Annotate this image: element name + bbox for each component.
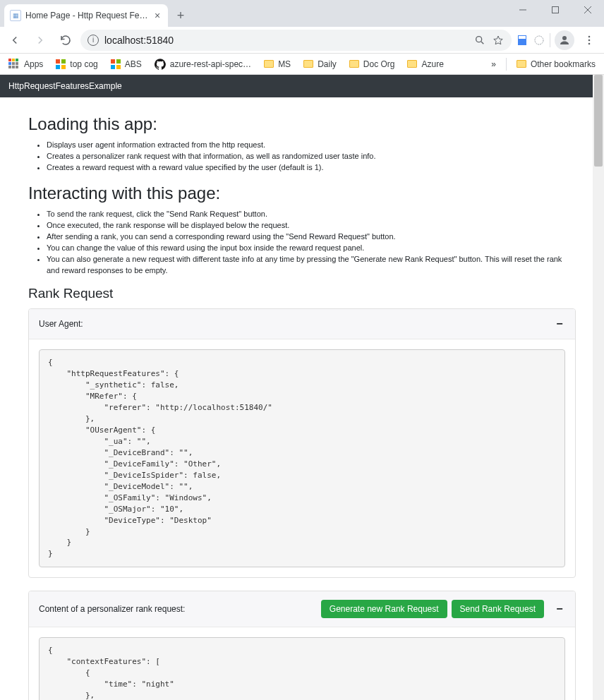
loading-list: Displays user agent information extracte… bbox=[28, 140, 576, 174]
folder-icon bbox=[407, 60, 417, 68]
panel-title: Content of a personalizer rank request: bbox=[39, 604, 185, 614]
maximize-button[interactable] bbox=[539, 0, 572, 20]
bookmark-folder-docorg[interactable]: Doc Org bbox=[346, 57, 398, 71]
profile-button[interactable] bbox=[555, 30, 574, 50]
bookmarks-overflow[interactable]: » bbox=[488, 57, 499, 71]
folder-icon bbox=[264, 60, 274, 68]
panel-header[interactable]: Content of a personalizer rank request: … bbox=[29, 591, 575, 627]
vertical-scrollbar[interactable] bbox=[593, 75, 604, 700]
bookmark-folder-ms[interactable]: MS bbox=[261, 57, 294, 71]
panel-title: User Agent: bbox=[39, 319, 83, 329]
list-item: Creates a reward request with a reward v… bbox=[47, 162, 576, 174]
svg-point-4 bbox=[476, 36, 482, 42]
forward-button[interactable] bbox=[30, 30, 51, 51]
list-item: To send the rank request, click the "Sen… bbox=[47, 209, 576, 220]
extension-icon[interactable] bbox=[516, 34, 528, 47]
list-item: You can also generate a new request with… bbox=[47, 254, 576, 277]
bookmark-label: Daily bbox=[318, 59, 337, 69]
favicon-icon: ▦ bbox=[10, 10, 21, 21]
bookmark-label: azure-rest-api-spec… bbox=[170, 59, 251, 69]
collapse-icon[interactable]: − bbox=[554, 318, 565, 330]
window-controls bbox=[507, 0, 604, 20]
rank-request-heading: Rank Request bbox=[28, 286, 576, 301]
list-item: Displays user agent information extracte… bbox=[47, 140, 576, 151]
menu-button[interactable] bbox=[579, 30, 600, 51]
list-item: Once executed, the rank response will be… bbox=[47, 220, 576, 231]
collapse-icon[interactable]: − bbox=[554, 603, 565, 615]
user-agent-json: { "httpRequestFeatures": { "_synthetic":… bbox=[39, 349, 565, 567]
svg-line-5 bbox=[481, 42, 483, 44]
extension-icon-2[interactable] bbox=[533, 34, 545, 47]
address-bar-row: i localhost:51840 bbox=[0, 27, 604, 54]
svg-point-12 bbox=[588, 42, 591, 44]
svg-point-11 bbox=[588, 39, 591, 41]
list-item: You can change the value of this reward … bbox=[47, 243, 576, 254]
other-bookmarks[interactable]: Other bookmarks bbox=[514, 57, 598, 71]
bookmark-folder-daily[interactable]: Daily bbox=[301, 57, 339, 71]
folder-icon bbox=[349, 60, 359, 68]
close-window-button[interactable] bbox=[572, 0, 604, 20]
send-rank-button[interactable]: Send Rank Request bbox=[452, 600, 544, 618]
separator bbox=[550, 33, 550, 47]
bookmarks-bar: Apps top cog ABS azure-rest-api-spec… MS… bbox=[0, 54, 604, 75]
svg-point-8 bbox=[535, 36, 543, 44]
ms-logo-icon bbox=[111, 59, 121, 69]
panel-body: { "contextFeatures": [ { "time": "night"… bbox=[29, 627, 575, 700]
page-content: Loading this app: Displays user agent in… bbox=[0, 97, 604, 700]
reload-button[interactable] bbox=[55, 30, 76, 51]
ms-logo-icon bbox=[56, 59, 66, 69]
bookmark-label: Other bookmarks bbox=[531, 59, 596, 69]
apps-icon bbox=[8, 59, 20, 70]
bookmark-azure-rest[interactable]: azure-rest-api-spec… bbox=[152, 56, 254, 72]
address-bar[interactable]: i localhost:51840 bbox=[80, 30, 512, 51]
scrollbar-thumb[interactable] bbox=[594, 75, 603, 167]
bookmark-abs[interactable]: ABS bbox=[108, 57, 145, 71]
star-icon[interactable] bbox=[492, 34, 505, 47]
page-viewport: HttpRequestFeaturesExample Loading this … bbox=[0, 75, 604, 700]
panel-header[interactable]: User Agent: − bbox=[29, 309, 575, 339]
loading-heading: Loading this app: bbox=[28, 114, 576, 134]
app-brand[interactable]: HttpRequestFeaturesExample bbox=[8, 81, 122, 91]
minimize-button[interactable] bbox=[507, 0, 539, 20]
zoom-icon[interactable] bbox=[473, 34, 486, 47]
rank-request-json: { "contextFeatures": [ { "time": "night"… bbox=[39, 637, 565, 700]
folder-icon bbox=[303, 60, 313, 68]
tab-title: Home Page - Http Request Featu bbox=[25, 11, 148, 20]
bookmark-label: top cog bbox=[70, 59, 97, 69]
interacting-heading: Interacting with this page: bbox=[28, 183, 576, 203]
bookmark-folder-azure[interactable]: Azure bbox=[404, 57, 446, 71]
interacting-list: To send the rank request, click the "Sen… bbox=[28, 209, 576, 277]
url-text: localhost:51840 bbox=[104, 35, 468, 46]
bookmark-label: Doc Org bbox=[363, 59, 395, 69]
svg-rect-1 bbox=[552, 7, 559, 13]
browser-tab[interactable]: ▦ Home Page - Http Request Featu × bbox=[4, 4, 168, 27]
list-item: After sending a rank, you can send a cor… bbox=[47, 231, 576, 243]
app-navbar: HttpRequestFeaturesExample bbox=[0, 75, 604, 97]
folder-icon bbox=[517, 60, 526, 68]
bookmark-top-cog[interactable]: top cog bbox=[53, 57, 100, 71]
apps-button[interactable]: Apps bbox=[6, 56, 46, 72]
bookmark-label: MS bbox=[278, 59, 291, 69]
panel-body: { "httpRequestFeatures": { "_synthetic":… bbox=[29, 339, 575, 577]
bookmark-label: Azure bbox=[421, 59, 443, 69]
generate-rank-button[interactable]: Generate new Rank Request bbox=[321, 600, 447, 618]
browser-tab-strip: ▦ Home Page - Http Request Featu × + bbox=[0, 0, 604, 27]
close-tab-icon[interactable]: × bbox=[152, 11, 162, 20]
new-tab-button[interactable]: + bbox=[171, 6, 191, 25]
separator bbox=[506, 58, 507, 71]
github-icon bbox=[155, 59, 166, 70]
svg-rect-7 bbox=[519, 36, 526, 39]
rank-request-panel: Content of a personalizer rank request: … bbox=[28, 591, 576, 700]
bookmark-label: ABS bbox=[125, 59, 142, 69]
bookmark-label: Apps bbox=[24, 59, 43, 69]
svg-point-10 bbox=[588, 35, 591, 37]
back-button[interactable] bbox=[4, 30, 25, 51]
site-info-icon[interactable]: i bbox=[87, 35, 99, 46]
user-agent-panel: User Agent: − { "httpRequestFeatures": {… bbox=[28, 308, 576, 578]
svg-point-9 bbox=[562, 36, 567, 40]
list-item: Creates a personalizer rank request with… bbox=[47, 151, 576, 162]
